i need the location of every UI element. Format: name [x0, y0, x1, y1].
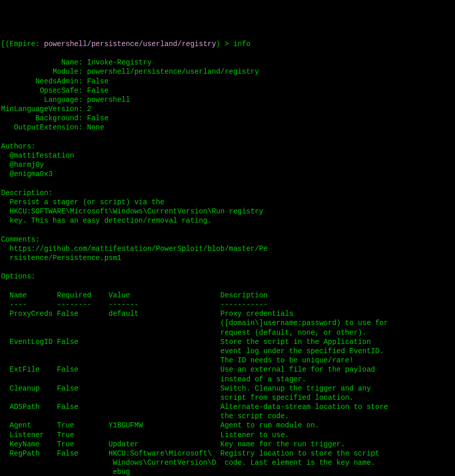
divider-4: -----------: [221, 300, 268, 309]
author-2: @harmj0y: [10, 161, 44, 169]
opt-proxycreds-req: False: [57, 310, 78, 318]
opt-regpath-name: RegPath: [10, 449, 40, 458]
description-line-3: key. This has an easy detection/removal …: [10, 217, 212, 225]
authors-label: Authors:: [1, 142, 35, 150]
opt-proxycreds-name: ProxyCreds: [10, 310, 53, 318]
opt-adspath-desc2: the script code.: [220, 412, 289, 420]
prompt-empire: Empire: [10, 40, 35, 48]
opt-adspath-desc1: Alternate-data-stream location to store: [221, 403, 388, 411]
opt-eventlogid-req: False: [57, 338, 78, 346]
meta-module-value: powershell/persistence/userland/registry: [87, 68, 259, 76]
meta-outputext-label: OutputExtension:: [14, 123, 82, 132]
meta-module-label: Module:: [53, 68, 83, 76]
options-label: Options:: [1, 272, 35, 280]
divider-2: --------: [57, 300, 91, 309]
opt-keyname-val: Updater: [109, 440, 139, 448]
prompt-close: ): [216, 40, 220, 48]
opt-regpath-desc1: Registry location to store the script: [221, 449, 380, 458]
opt-proxycreds-val: default: [109, 310, 139, 318]
opt-eventlogid-desc3: The ID needs to be unique/rare!: [220, 356, 353, 364]
opt-agent-req: True: [57, 421, 74, 429]
opt-cleanup-name: Cleanup: [10, 384, 40, 393]
meta-name-value: Invoke-Registry: [87, 58, 151, 67]
opt-cleanup-desc2: script from specified location.: [220, 394, 353, 402]
opt-regpath-val1: HKCU:Software\Microsoft\: [109, 449, 212, 458]
meta-background-label: Background:: [35, 114, 82, 122]
opt-listener-name: Listener: [10, 431, 44, 439]
opt-keyname-desc1: Key name for the run trigger.: [221, 440, 345, 448]
author-3: @enigma0x3: [10, 170, 53, 178]
opt-regpath-val3: ebug: [113, 468, 130, 476]
description-line-1: Persist a stager (or script) via the: [10, 198, 164, 206]
meta-language-label: Language:: [44, 96, 83, 104]
opt-agent-name: Agent: [10, 421, 31, 429]
meta-outputext-value: None: [87, 123, 104, 132]
opt-keyname-name: KeyName: [10, 440, 40, 448]
meta-minlang-label: MinLanguageVersion:: [1, 105, 83, 113]
meta-language-value: powershell: [87, 96, 130, 104]
opt-keyname-req: True: [57, 440, 74, 448]
comments-label: Comments:: [1, 235, 40, 244]
opt-proxycreds-desc1: Proxy credentials: [221, 310, 294, 318]
opt-extfile-name: ExtFile: [10, 365, 40, 374]
col-description: Description: [221, 291, 268, 299]
comments-line-1: https://github.com/mattifestation/PowerS…: [10, 245, 268, 253]
comments-line-2: rsistence/Persistence.psm1: [10, 254, 121, 262]
opt-adspath-name: ADSPath: [10, 403, 40, 411]
opt-eventlogid-desc2: event log under the specified EventID.: [220, 347, 383, 355]
opt-eventlogid-name: EventLogID: [10, 338, 53, 346]
meta-name-label: Name:: [61, 58, 83, 67]
prompt-open: [(: [1, 40, 10, 48]
meta-needsadmin-label: NeedsAdmin:: [35, 77, 82, 85]
terminal-output: [(Empire: powershell/persistence/userlan…: [1, 39, 454, 476]
col-value: Value: [109, 291, 130, 299]
divider-1: ----: [10, 300, 27, 309]
meta-minlang-value: 2: [87, 105, 91, 113]
description-label: Description:: [1, 189, 53, 197]
opt-regpath-desc2: code. Last element is the key name.: [225, 459, 375, 467]
opt-extfile-desc2: instead of a stager.: [220, 375, 306, 383]
opt-proxycreds-desc3: request (default, none, or other).: [220, 329, 366, 337]
opt-eventlogid-desc1: Store the script in the Application: [221, 338, 371, 346]
divider-3: -------: [109, 300, 139, 309]
opt-agent-val: Y1BGUFMW: [109, 421, 143, 429]
meta-background-value: False: [87, 114, 109, 122]
meta-needsadmin-value: False: [87, 77, 109, 85]
command-input[interactable]: info: [233, 40, 251, 48]
prompt-colon: :: [35, 40, 44, 48]
col-required: Required: [57, 291, 91, 299]
author-1: @mattifestation: [10, 152, 74, 160]
prompt-path: powershell/persistence/userland/registry: [44, 40, 216, 48]
opt-extfile-desc1: Use an external file for the payload: [221, 365, 375, 374]
opt-regpath-req: False: [57, 449, 78, 458]
opt-listener-req: True: [57, 431, 74, 439]
opt-cleanup-desc1: Switch. Cleanup the trigger and any: [221, 384, 371, 393]
col-name: Name: [10, 291, 27, 299]
opt-proxycreds-desc2: ([domain\]username:password) to use for: [220, 319, 388, 327]
prompt-arrow: >: [221, 40, 233, 48]
meta-opsecsafe-value: False: [87, 86, 109, 95]
opt-cleanup-req: False: [57, 384, 78, 393]
opt-adspath-req: False: [57, 403, 78, 411]
opt-agent-desc1: Agent to run module on.: [221, 421, 319, 429]
opt-extfile-req: False: [57, 365, 78, 374]
description-line-2: HKCU:SOFTWARE\Microsoft\Windows\CurrentV…: [10, 207, 264, 215]
opt-regpath-val2: Windows\CurrentVersion\D: [113, 459, 216, 467]
opt-listener-desc1: Listener to use.: [221, 431, 289, 439]
meta-opsecsafe-label: OpsecSafe:: [40, 86, 83, 95]
